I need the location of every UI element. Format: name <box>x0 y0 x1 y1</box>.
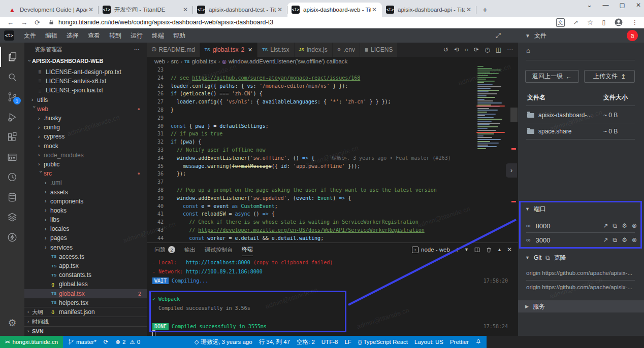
source-control-icon[interactable]: 1 <box>0 87 24 107</box>
search-icon[interactable] <box>0 67 24 87</box>
menu-帮助[interactable]: 帮助 <box>169 28 190 43</box>
tab-close-icon[interactable]: ✕ <box>248 47 252 53</box>
remote-window-icon[interactable] <box>0 147 24 167</box>
language-mode[interactable]: {} TypeScript React <box>358 339 408 345</box>
database-icon[interactable] <box>0 187 24 207</box>
go-up-button[interactable]: 返回上一级← <box>525 70 579 83</box>
terminal-shell-selector[interactable]: › node - web <box>412 247 450 253</box>
open-external-icon[interactable]: ↗ <box>603 222 608 229</box>
panel-expand-button[interactable]: › <box>506 163 517 178</box>
editor-action-icon-3[interactable]: ⟳ <box>474 46 479 53</box>
git-branch-indicator[interactable]: master* <box>68 339 96 345</box>
terminal-tab-终端[interactable]: 终端 <box>242 243 253 256</box>
reload-icon[interactable]: ⟳ <box>35 19 40 26</box>
eol[interactable]: LF <box>344 339 351 345</box>
tree-item-config[interactable]: ›config <box>24 123 147 132</box>
encoding[interactable]: UTF-8 <box>321 339 338 345</box>
notifications-bell-icon[interactable] <box>475 339 481 345</box>
tree-item-LICENSE-json.lua.txt[interactable]: ≣LICENSE-json.lua.txt <box>24 86 147 95</box>
tree-item-components[interactable]: ›components <box>24 197 147 206</box>
breadcrumb[interactable]: web›src›TSglobal.tsx›◎window.addEventLis… <box>147 57 518 66</box>
url-text[interactable]: hongxi.titanide.cn/ide/web/coding/apisix… <box>58 19 273 26</box>
new-terminal-icon[interactable]: + <box>455 246 459 254</box>
back-icon[interactable]: ← <box>7 19 14 26</box>
terminal-tab-问题[interactable]: 问题2 <box>154 243 175 256</box>
port-row-3000[interactable]: ∞3000↗⧉⚙⊗ <box>518 233 644 247</box>
indent-setting[interactable]: 空格: 2 <box>297 338 315 346</box>
tree-item-LICENSE-ant-design-pro.txt[interactable]: ≣LICENSE-ant-design-pro.txt <box>24 67 147 77</box>
upload-file-button[interactable]: 上传文件↥ <box>584 70 635 83</box>
tree-item-helpers.tsx[interactable]: TShelpers.tsx <box>24 298 147 307</box>
bookmark-star-icon[interactable]: ☆ <box>587 18 594 26</box>
editor-scrollbar[interactable] <box>510 66 518 242</box>
close-panel-icon[interactable]: ✕ <box>507 246 512 253</box>
tree-item-app.tsx[interactable]: TSapp.tsx <box>24 261 147 270</box>
layers-icon[interactable] <box>0 207 24 227</box>
sidebar-section-时间线[interactable]: ›时间线 <box>24 317 147 326</box>
cursor-position[interactable]: 行 34, 列 47 <box>259 338 290 346</box>
browser-menu-icon[interactable]: ⋮ <box>632 19 638 26</box>
tab-close-icon[interactable]: ✕ <box>276 6 283 13</box>
browser-tab[interactable]: ▲Development Guide | Apache✕ <box>4 3 99 17</box>
fullscreen-icon[interactable]: ⤢ <box>496 31 501 40</box>
close-port-icon[interactable]: ⊗ <box>632 222 637 229</box>
code-editor[interactable]: 2324// see https://github.com/suren-atoy… <box>147 66 475 242</box>
menu-选择[interactable]: 选择 <box>62 28 83 43</box>
user-badge[interactable]: a <box>627 30 638 41</box>
right-panel-header[interactable]: ▼ 文件 a <box>518 28 644 43</box>
run-debug-icon[interactable] <box>0 107 24 127</box>
project-root-row[interactable]: › APISIX-DASHBOARD-WEB <box>24 56 147 66</box>
editor-tab-README.md[interactable]: ⓘREADME.md <box>147 43 200 57</box>
split-terminal-icon[interactable] <box>474 247 480 253</box>
tree-item-utils[interactable]: ›utils <box>24 95 147 105</box>
maximize-panel-icon[interactable]: ▲ <box>497 247 502 252</box>
browser-tab[interactable]: <t>apisix-dashboard-test - TitanI✕ <box>193 3 287 17</box>
tree-item-public[interactable]: ›public <box>24 160 147 169</box>
window-close-icon[interactable]: ✕ <box>636 2 641 9</box>
tab-close-icon[interactable]: ✕ <box>182 6 189 13</box>
breadcrumb-item[interactable]: web <box>154 58 165 64</box>
menu-查看[interactable]: 查看 <box>83 28 105 43</box>
tree-item-.umi[interactable]: ›.umi <box>24 178 147 187</box>
kill-terminal-trash-icon[interactable] <box>486 247 492 253</box>
tree-item-src[interactable]: ›src● <box>24 169 147 178</box>
tree-item-mock[interactable]: ›mock <box>24 142 147 151</box>
editor-action-icon-5[interactable]: ◫ <box>496 46 501 53</box>
breadcrumb-item[interactable]: global.tsx <box>191 58 216 64</box>
formatter[interactable]: Prettier <box>450 339 469 345</box>
tab-close-icon[interactable]: ✕ <box>371 6 378 13</box>
files-icon[interactable] <box>0 47 24 67</box>
file-row-name[interactable]: space.share <box>527 128 571 135</box>
tree-item-web[interactable]: ›web● <box>24 105 147 114</box>
editor-tab-LICENS[interactable]: ≣LICENS <box>360 43 398 57</box>
editor-action-icon-4[interactable]: ◷ <box>485 46 490 53</box>
git-section-header[interactable]: ▼ Git ⧉ 克隆 <box>518 252 644 264</box>
copy-icon[interactable]: ⧉ <box>613 236 618 243</box>
editor-tab-index.js[interactable]: JSindex.js <box>295 43 333 57</box>
home-icon[interactable]: ⌂ <box>526 47 530 54</box>
forward-icon[interactable]: → <box>21 19 27 26</box>
port-settings-gear-icon[interactable]: ⚙ <box>622 236 627 243</box>
tree-item-global.tsx[interactable]: TSglobal.tsx2 <box>24 289 147 298</box>
git-clone-icon[interactable]: ⧉ <box>545 254 550 261</box>
tree-item-libs[interactable]: ›libs <box>24 215 147 224</box>
terminal-tab-输出[interactable]: 输出 <box>184 243 196 256</box>
terminal-dropdown-icon[interactable]: ▼ <box>464 247 469 252</box>
problems-indicator[interactable]: ⊗2 ⚠0 <box>115 338 140 345</box>
tree-item-LICENSE-antvis-x6.txt[interactable]: ≣LICENSE-antvis-x6.txt <box>24 77 147 86</box>
remote-indicator[interactable]: >< hongxi.titanide.cn <box>0 336 63 348</box>
explorer-more-icon[interactable]: ⋯ <box>134 46 140 53</box>
editor-tab-global.tsx[interactable]: TSglobal.tsx2✕ <box>200 43 257 57</box>
menu-编辑[interactable]: 编辑 <box>41 28 62 43</box>
tree-item-assets[interactable]: ›assets <box>24 187 147 196</box>
editor-tab-List.tsx[interactable]: TSList.tsx <box>257 43 294 57</box>
port-settings-gear-icon[interactable]: ⚙ <box>622 222 627 229</box>
tab-close-icon[interactable]: ✕ <box>87 6 94 13</box>
tree-item-constants.ts[interactable]: TSconstants.ts <box>24 270 147 280</box>
lightning-icon[interactable] <box>0 227 24 248</box>
history-clock-icon[interactable] <box>0 167 24 187</box>
translate-icon[interactable]: 文 <box>556 18 565 27</box>
file-row-name[interactable]: apisix-dashboard-... <box>527 112 592 119</box>
ports-section-header[interactable]: ▼ 端口 <box>518 203 644 215</box>
git-clone-label[interactable]: 克隆 <box>554 254 566 262</box>
